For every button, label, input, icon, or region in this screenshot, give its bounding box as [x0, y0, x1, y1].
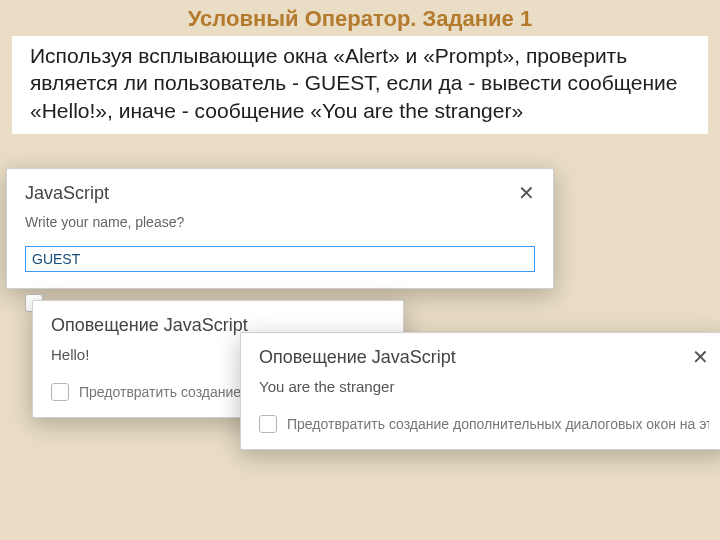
suppress-checkbox[interactable] [51, 383, 69, 401]
suppress-checkbox[interactable] [259, 415, 277, 433]
prompt-dialog-title: JavaScript [25, 183, 109, 204]
close-icon[interactable]: ✕ [518, 183, 535, 203]
suppress-label: Предотвратить создание [79, 384, 241, 400]
alert-dialog-title: Оповещение JavaScript [51, 315, 248, 336]
slide-title: Условный Оператор. Задание 1 [0, 0, 720, 32]
alert-message: You are the stranger [259, 378, 709, 395]
prompt-message: Write your name, please? [25, 214, 535, 230]
suppress-label: Предотвратить создание дополнительных ди… [287, 416, 709, 432]
close-icon[interactable]: ✕ [692, 347, 709, 367]
alert-dialog-stranger: Оповещение JavaScript ✕ You are the stra… [240, 332, 720, 450]
prompt-input[interactable] [25, 246, 535, 272]
task-description: Используя всплывающие окна «Alert» и «Pr… [12, 36, 708, 134]
prompt-dialog: JavaScript ✕ Write your name, please? [6, 168, 554, 289]
alert-dialog-title: Оповещение JavaScript [259, 347, 456, 368]
